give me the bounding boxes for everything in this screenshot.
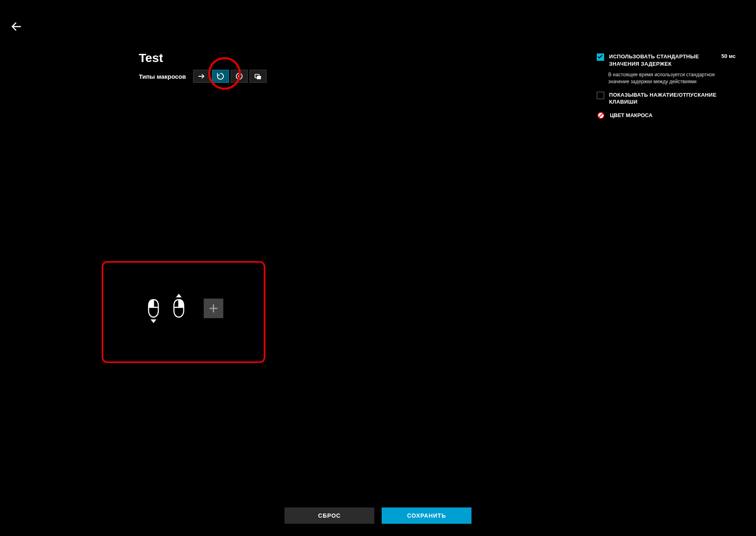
save-button[interactable]: СОХРАНИТЬ (382, 507, 471, 524)
macro-type-buttons (193, 70, 267, 83)
arrow-right-icon (197, 72, 206, 81)
no-color-icon (597, 111, 605, 120)
record-icon (235, 72, 244, 81)
arrow-up-icon (176, 294, 182, 297)
macro-action-mouse-right[interactable] (170, 294, 187, 323)
default-delay-value: 50 мс (721, 53, 736, 59)
show-press-release-checkbox[interactable] (597, 92, 604, 99)
mouse-left-icon (147, 299, 160, 318)
loop-icon (216, 72, 225, 81)
mouse-right-icon (172, 299, 186, 318)
macro-type-sequence[interactable] (249, 70, 267, 83)
plus-icon (208, 303, 219, 314)
svg-point-1 (238, 75, 240, 78)
use-default-delay-desc: В настоящее время используется стандартн… (608, 71, 736, 86)
page-title: Test (139, 51, 267, 65)
back-button[interactable] (10, 20, 22, 33)
macro-type-toggle[interactable] (231, 70, 248, 83)
arrow-down-icon (151, 319, 156, 323)
overlay-icon (253, 72, 262, 81)
macro-action-mouse-left[interactable] (145, 294, 162, 323)
macro-color-swatch[interactable] (597, 111, 605, 120)
use-default-delay-label: ИСПОЛЬЗОВАТЬ СТАНДАРТНЫЕ ЗНАЧЕНИЯ ЗАДЕРЖ… (609, 53, 713, 67)
show-press-release-label: ПОКАЗЫВАТЬ НАЖАТИЕ/ОТПУСКАНИЕ КЛАВИШИ (609, 91, 736, 106)
use-default-delay-checkbox[interactable] (597, 53, 604, 61)
reset-button[interactable]: СБРОС (285, 507, 374, 524)
arrow-left-icon (10, 20, 22, 33)
macro-type-loop[interactable] (212, 70, 229, 83)
svg-rect-3 (257, 76, 261, 79)
add-action-button[interactable] (204, 299, 223, 318)
macro-color-label: ЦВЕТ МАКРОСА (610, 112, 652, 118)
macro-types-label: Типы макросов (139, 73, 186, 80)
macro-type-no-repeat[interactable] (193, 70, 210, 83)
